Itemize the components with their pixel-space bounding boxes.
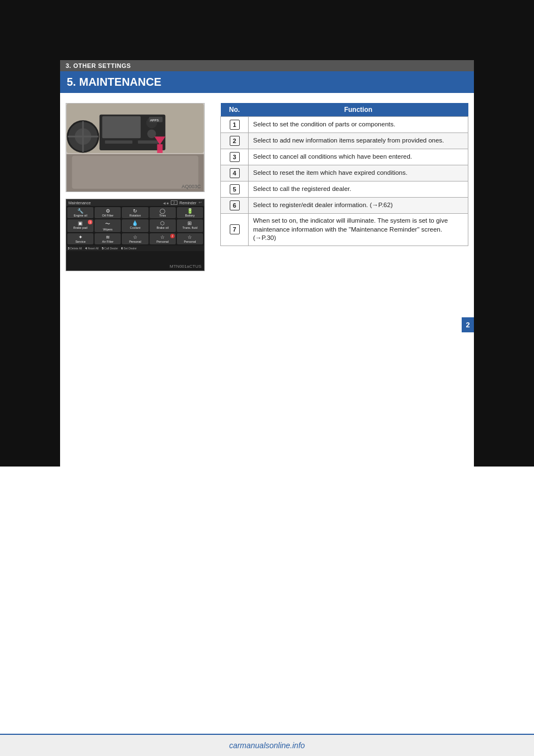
maint-item-personal-3: ☆ Personal [177,233,203,244]
table-row-text-5: Select to call the registered dealer. [249,181,468,198]
table-row-number-6: 6 [221,198,249,214]
maint-item-oil-filter: ⚙ Oil Filter [95,207,121,218]
maint-item-personal-2: ☆ Personal 2 [150,233,176,244]
maint-header-right: Reminder [180,201,196,205]
right-column: No. Function 1Select to set the conditio… [220,103,468,271]
table-header-no: No. [221,103,249,117]
watermark: carmanualsonline.info [0,734,534,756]
table-header-function: Function [249,103,468,117]
table-row-text-4: Select to reset the item which have expi… [249,165,468,181]
black-left-border [0,60,60,467]
table-row-number-2: 2 [221,133,249,149]
table-row-number-4: 4 [221,165,249,181]
table-row-number-5: 5 [221,181,249,198]
maint-footer-delete: 3 Delete All [68,247,82,250]
main-layout: APPS AQ003C [60,93,474,277]
maint-footer-call: 5 Call Dealer [102,247,118,250]
table-row-text-1: Select to set the condition of parts or … [249,117,468,133]
maintenance-screen: Maintenance ◀ ■ 2 Reminder ↩ 🔧 Engine oi… [66,199,205,271]
svg-rect-11 [157,144,163,153]
maint-item-battery: 🔋 Battery [177,207,203,218]
maint-grid: 🔧 Engine oil ⚙ Oil Filter ↻ Rotation ◯ T… [66,206,204,246]
maint-item-tires: ◯ Tires [150,207,176,218]
svg-text:APPS: APPS [150,119,159,122]
svg-rect-6 [105,140,132,144]
maint-item-engine-oil: 🔧 Engine oil [67,207,93,218]
maint-footer-reset: 4 Reset All [85,247,98,250]
page-title: 5. MAINTENANCE [60,71,474,93]
maint-item-coolant: 💧 Coolant [122,219,148,232]
section-header: 3. OTHER SETTINGS [60,60,474,71]
maint-item-brake-oil: ⬡ Brake oil [150,219,176,232]
svg-rect-17 [72,156,198,189]
maint-item-rotation: ↻ Rotation [122,207,148,218]
svg-rect-7 [138,140,160,144]
maint-item-personal-1: ☆ Personal [122,233,148,244]
maint-item-trans-fluid: ⊞ Trans. fluid [177,219,203,232]
table-row-number-1: 1 [221,117,249,133]
left-column: APPS AQ003C [66,103,210,271]
maint-item-service: ✦ Service [67,233,93,244]
maint-footer-set: 6 Set Dealer [121,247,137,250]
table-row-number-3: 3 [221,149,249,165]
maint-header-left: Maintenance [68,201,91,205]
function-table: No. Function 1Select to set the conditio… [220,103,468,246]
car-image: APPS AQ003C [66,103,205,192]
svg-rect-3 [102,116,141,139]
watermark-text: carmanualsonline.info [229,741,305,750]
table-row-text-3: Select to cancel all conditions which ha… [249,149,468,165]
page-content: 3. OTHER SETTINGS 5. MAINTENANCE [60,60,474,467]
table-row-text-2: Select to add new information items sepa… [249,133,468,149]
car-image-label: AQ003C [181,184,201,189]
table-row-text-7: When set to on, the indicator will illum… [249,214,468,246]
maint-badge-2: 2 [171,200,177,205]
maint-item-brake-pad: ▣ Brake pad 1 [67,219,93,232]
maint-item-air-filter: ≋ Air Filter [95,233,121,244]
black-right-border [474,60,534,467]
chapter-side-tab: 2 [462,317,474,332]
maint-screen-header: Maintenance ◀ ■ 2 Reminder ↩ [66,199,204,206]
maint-screen-label: MTN001aCTUS [170,264,201,269]
maint-item-wipers: 〜 Wipers [95,219,121,232]
table-row-number-7: 7 [221,214,249,246]
maint-footer: 3 Delete All 4 Reset All 5 Call Dealer 6… [66,246,204,251]
table-row-text-6: Select to register/edit dealer informati… [249,198,468,214]
black-top-border [0,0,534,60]
